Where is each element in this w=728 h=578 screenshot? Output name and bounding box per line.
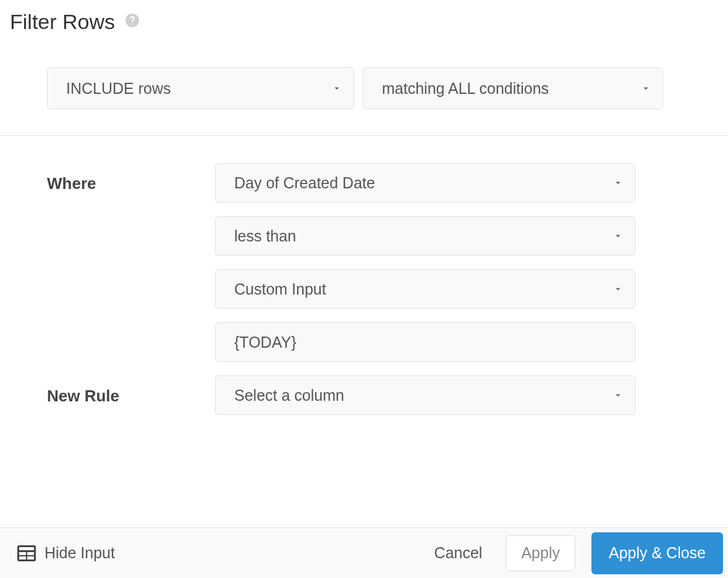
apply-button[interactable]: Apply — [506, 535, 575, 571]
chevron-down-icon — [612, 177, 624, 188]
chevron-down-icon — [612, 283, 624, 295]
match-mode-value: matching ALL conditions — [382, 80, 549, 98]
apply-close-button[interactable]: Apply & Close — [591, 532, 723, 574]
rules-section: Where Day of Created Date less than Cust… — [0, 136, 728, 429]
where-label: Where — [47, 163, 215, 193]
page-title: Filter Rows — [10, 10, 115, 34]
svg-rect-5 — [19, 556, 26, 559]
chevron-down-icon — [331, 83, 342, 94]
custom-value-input[interactable] — [215, 322, 635, 362]
chevron-down-icon — [612, 230, 624, 241]
new-rule-label: New Rule — [47, 375, 215, 406]
operator-select-value: less than — [234, 227, 296, 245]
include-mode-select[interactable]: INCLUDE rows — [47, 67, 354, 109]
hide-input-label: Hide Input — [44, 544, 115, 562]
cancel-button[interactable]: Cancel — [420, 535, 497, 571]
dialog-header: Filter Rows — [0, 0, 728, 34]
input-mode-select[interactable]: Custom Input — [215, 269, 635, 309]
new-rule-column-select[interactable]: Select a column — [215, 375, 635, 415]
hide-input-button[interactable]: Hide Input — [17, 544, 115, 562]
new-rule-inputs: Select a column — [215, 375, 681, 415]
column-select-value: Day of Created Date — [234, 174, 375, 192]
rule-where-inputs: Day of Created Date less than Custom Inp… — [215, 163, 681, 362]
new-rule-row: New Rule Select a column — [47, 375, 681, 415]
column-select[interactable]: Day of Created Date — [215, 163, 635, 203]
new-rule-column-placeholder: Select a column — [234, 387, 344, 404]
svg-rect-3 — [19, 552, 26, 555]
include-mode-value: INCLUDE rows — [66, 80, 171, 98]
filter-rows-dialog: Filter Rows INCLUDE rows matching ALL co… — [0, 0, 728, 578]
svg-rect-2 — [19, 547, 34, 550]
operator-select[interactable]: less than — [215, 216, 635, 256]
scope-row: INCLUDE rows matching ALL conditions — [0, 34, 728, 136]
svg-rect-4 — [27, 552, 34, 555]
table-icon — [17, 545, 36, 561]
help-icon[interactable] — [125, 13, 140, 28]
input-mode-value: Custom Input — [234, 280, 326, 298]
chevron-down-icon — [640, 83, 651, 94]
svg-rect-6 — [27, 556, 34, 559]
rule-where-row: Where Day of Created Date less than Cust… — [47, 163, 681, 362]
match-mode-select[interactable]: matching ALL conditions — [363, 67, 663, 109]
dialog-footer: Hide Input Cancel Apply Apply & Close — [0, 527, 728, 578]
chevron-down-icon — [612, 390, 624, 401]
